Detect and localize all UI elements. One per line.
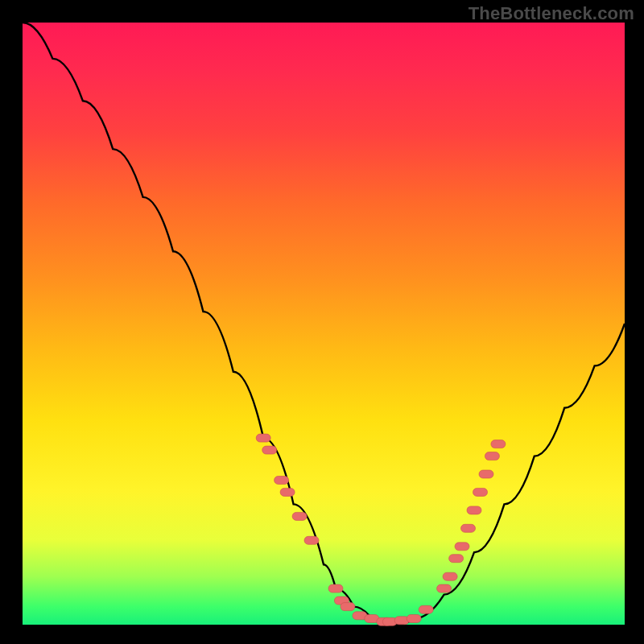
data-marker xyxy=(280,488,295,496)
data-marker xyxy=(449,555,464,563)
marker-layer xyxy=(256,434,506,625)
data-marker xyxy=(443,572,457,580)
data-marker xyxy=(419,605,433,613)
data-marker xyxy=(437,584,452,592)
data-marker xyxy=(485,452,499,460)
bottleneck-curve-path xyxy=(23,23,625,625)
data-marker xyxy=(461,524,476,532)
plot-area xyxy=(23,23,625,625)
data-marker xyxy=(292,512,307,520)
chart-frame: TheBottleneck.com xyxy=(0,0,644,644)
data-marker xyxy=(407,615,421,623)
data-marker xyxy=(304,536,319,544)
data-marker xyxy=(256,434,270,442)
data-marker xyxy=(341,603,355,611)
data-marker xyxy=(455,543,469,551)
chart-svg xyxy=(23,23,625,625)
data-marker xyxy=(328,584,343,592)
watermark-text: TheBottleneck.com xyxy=(469,3,634,24)
data-marker xyxy=(479,470,493,478)
data-marker xyxy=(491,440,506,448)
data-marker xyxy=(467,506,481,514)
data-marker xyxy=(275,477,289,485)
data-marker xyxy=(262,446,277,454)
data-marker xyxy=(473,488,488,496)
